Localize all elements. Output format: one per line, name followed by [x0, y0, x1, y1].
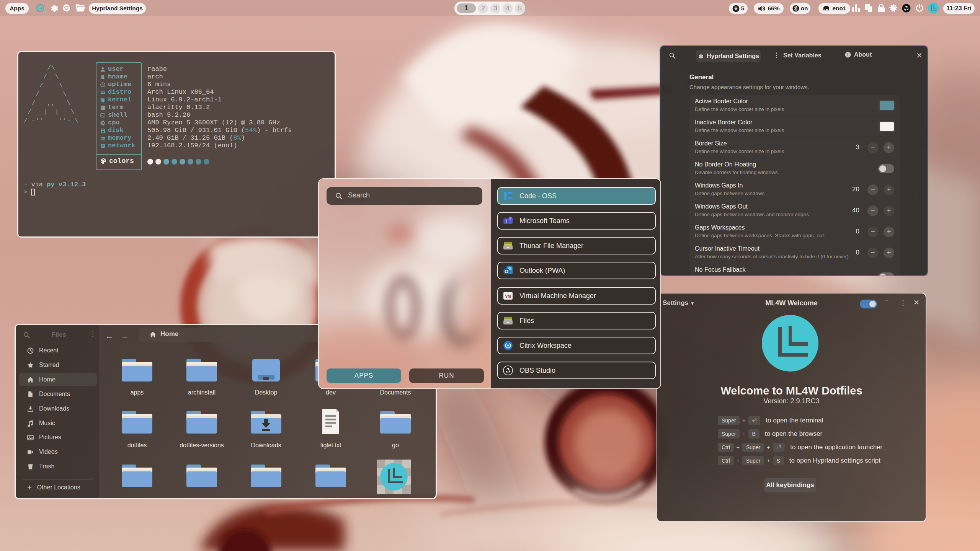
- svg-text:IP: IP: [101, 145, 104, 147]
- svg-text:VM: VM: [505, 294, 511, 298]
- svg-text:T: T: [505, 219, 507, 223]
- svg-text:AI: AI: [39, 7, 42, 10]
- svg-text:O: O: [505, 269, 508, 274]
